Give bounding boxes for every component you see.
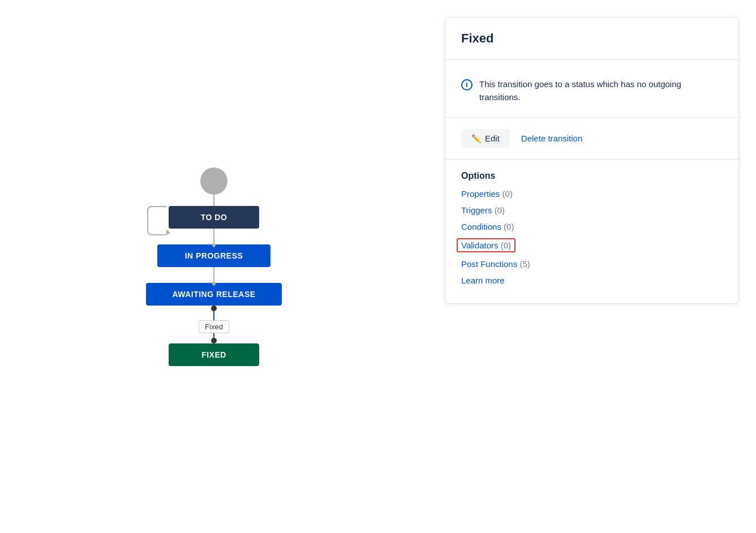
todo-wrapper: TO DO	[169, 206, 259, 229]
transition-line-top	[213, 311, 214, 320]
status-awaiting[interactable]: AWAITING RELEASE	[146, 283, 282, 306]
option-properties[interactable]: Properties (0)	[461, 189, 723, 199]
info-icon: i	[461, 79, 472, 91]
options-section: Options Properties (0) Triggers (0) Cond…	[445, 160, 738, 303]
diagram-panel: TO DO IN PROGRESS AWAITING RELEASE Fixed	[0, 0, 428, 533]
status-inprogress[interactable]: IN PROGRESS	[157, 244, 270, 267]
transition-dot-bottom	[211, 338, 217, 343]
connector-start-todo	[213, 195, 214, 206]
details-card: Fixed i This transition goes to a status…	[445, 17, 739, 304]
option-triggers[interactable]: Triggers (0)	[461, 205, 723, 215]
card-title: Fixed	[461, 31, 723, 46]
option-triggers-row: Triggers (0)	[461, 205, 723, 215]
info-section: i This transition goes to a status which…	[445, 60, 738, 118]
title-section: Fixed	[445, 18, 738, 60]
connector-todo-inprogress	[213, 229, 214, 244]
option-conditions[interactable]: Conditions (0)	[461, 222, 723, 231]
details-panel: Fixed i This transition goes to a status…	[428, 0, 756, 533]
workflow-diagram: TO DO IN PROGRESS AWAITING RELEASE Fixed	[146, 167, 282, 366]
info-text: This transition goes to a status which h…	[479, 78, 723, 104]
status-fixed[interactable]: FIXED	[169, 343, 259, 366]
start-node	[200, 167, 227, 195]
self-loop-arrow	[147, 206, 166, 235]
edit-icon: ✏️	[471, 134, 481, 143]
actions-section: ✏️ Edit Delete transition	[445, 118, 738, 160]
info-row: i This transition goes to a status which…	[461, 78, 723, 104]
transition-line-bottom	[213, 333, 214, 338]
delete-transition-button[interactable]: Delete transition	[521, 134, 582, 143]
option-validators-row: Validators (0)	[461, 238, 723, 252]
options-title: Options	[461, 171, 723, 181]
fixed-transition-area: Fixed	[199, 306, 229, 343]
status-todo[interactable]: TO DO	[169, 206, 259, 229]
option-validators[interactable]: Validators (0)	[457, 238, 516, 252]
option-properties-row: Properties (0)	[461, 189, 723, 199]
option-conditions-row: Conditions (0)	[461, 222, 723, 231]
option-postfunctions-row: Post Functions (5)	[461, 259, 723, 269]
option-learnmore-row: Learn more	[461, 276, 723, 285]
transition-dot-top	[211, 306, 217, 311]
connector-inprogress-awaiting	[213, 267, 214, 283]
option-learnmore[interactable]: Learn more	[461, 276, 723, 285]
option-postfunctions[interactable]: Post Functions (5)	[461, 259, 723, 269]
transition-label[interactable]: Fixed	[199, 320, 229, 333]
edit-button[interactable]: ✏️ Edit	[461, 129, 510, 148]
